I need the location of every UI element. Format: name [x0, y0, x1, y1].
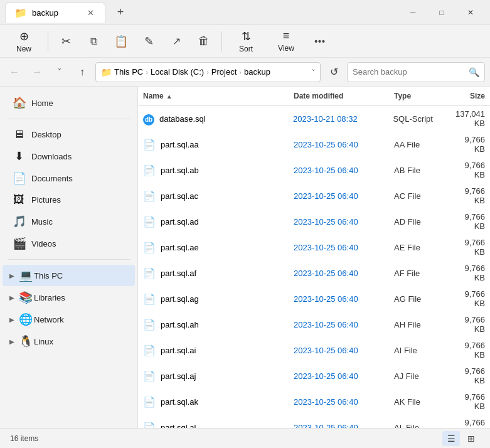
file-icon: 📄 — [143, 242, 156, 253]
sort-arrow-icon: ▲ — [166, 93, 173, 100]
rename-button[interactable]: ✎ — [136, 29, 161, 54]
file-type-cell: AJ File — [389, 370, 452, 383]
column-header-size[interactable]: Size — [452, 89, 490, 103]
table-row[interactable]: 📄 part.sql.aj 2023-10-25 06:40 AJ File 9… — [138, 363, 490, 389]
file-date-cell: 2023-10-25 06:40 — [289, 241, 389, 254]
sidebar-item-desktop[interactable]: 🖥 Desktop — [3, 124, 135, 145]
file-type-cell: AF File — [389, 267, 452, 280]
sidebar-item-linux[interactable]: ▶ 🐧 Linux — [3, 331, 135, 352]
file-icon: 📄 — [143, 344, 156, 356]
column-header-name[interactable]: Name ▲ — [138, 89, 289, 103]
file-list: db database.sql 2023-10-21 08:32 SQL-Scr… — [138, 106, 490, 428]
file-size-cell: 9,766 KB — [452, 313, 490, 336]
table-row[interactable]: 📄 part.sql.ac 2023-10-25 06:40 AC File 9… — [138, 183, 490, 209]
breadcrumb-backup[interactable]: backup — [244, 67, 270, 77]
table-row[interactable]: 📄 part.sql.ag 2023-10-25 06:40 AG File 9… — [138, 286, 490, 312]
breadcrumb-this-pc[interactable]: This PC — [114, 67, 143, 77]
sidebar-item-pictures[interactable]: 🖼 Pictures — [3, 189, 135, 210]
file-size-cell: 9,766 KB — [452, 416, 490, 428]
share-button[interactable]: ↗ — [164, 29, 189, 54]
forward-button[interactable]: → — [28, 63, 46, 82]
minimize-button[interactable]: ─ — [398, 3, 427, 23]
table-row[interactable]: 📄 part.sql.ai 2023-10-25 06:40 AI File 9… — [138, 338, 490, 363]
file-size-cell: 9,766 KB — [452, 184, 490, 207]
breadcrumb-local-disk[interactable]: Local Disk (C:) — [151, 67, 204, 77]
title-bar: 📁 backup ✕ + ─ □ ✕ — [0, 0, 490, 25]
new-tab-button[interactable]: + — [110, 3, 130, 23]
documents-icon: 📄 — [13, 171, 25, 185]
tab-close-button[interactable]: ✕ — [85, 7, 96, 18]
column-header-type[interactable]: Type — [389, 89, 452, 103]
breadcrumb[interactable]: 📁 This PC › Local Disk (C:) › Project › … — [95, 62, 321, 82]
table-row[interactable]: 📄 part.sql.al 2023-10-25 06:40 AL File 9… — [138, 415, 490, 428]
maximize-button[interactable]: □ — [427, 3, 456, 23]
file-type-cell: AB File — [389, 164, 452, 177]
file-name-cell: 📄 part.sql.ah — [138, 317, 289, 333]
sidebar-item-documents[interactable]: 📄 Documents — [3, 168, 135, 189]
file-type-cell: AK File — [389, 395, 452, 408]
sidebar-item-documents-label: Documents — [31, 174, 73, 183]
toolbar: ⊕ New ✂ ⧉ 📋 ✎ ↗ 🗑 ⇅ Sort ≡ View ••• — [0, 25, 490, 58]
delete-button[interactable]: 🗑 — [191, 29, 216, 54]
up-icon: ↑ — [80, 67, 85, 78]
file-icon: 📄 — [143, 190, 156, 202]
table-row[interactable]: 📄 part.sql.ae 2023-10-25 06:40 AE File 9… — [138, 235, 490, 260]
table-row[interactable]: 📄 part.sql.aa 2023-10-25 06:40 AA File 9… — [138, 132, 490, 157]
table-row[interactable]: 📄 part.sql.ab 2023-10-25 06:40 AB File 9… — [138, 157, 490, 183]
file-name-text: part.sql.ah — [161, 320, 199, 329]
file-name-text: part.sql.ag — [161, 294, 199, 304]
sort-button[interactable]: ⇅ Sort — [227, 28, 265, 55]
more-options-button[interactable]: ••• — [307, 29, 333, 54]
toolbar-separator-1 — [48, 31, 48, 51]
sidebar-item-videos[interactable]: 🎬 Videos — [3, 233, 135, 254]
view-icon: ≡ — [283, 29, 290, 43]
file-date-cell: 2023-10-25 06:40 — [289, 164, 389, 177]
up-button[interactable]: ↑ — [73, 63, 92, 82]
breadcrumb-project[interactable]: Project — [211, 67, 237, 77]
file-name-text: part.sql.ak — [161, 397, 198, 407]
refresh-button[interactable]: ↺ — [324, 63, 343, 82]
paste-button[interactable]: 📋 — [109, 29, 134, 54]
column-header-date[interactable]: Date modified — [289, 89, 389, 103]
music-icon: 🎵 — [13, 215, 25, 228]
sidebar-item-downloads-label: Downloads — [31, 152, 72, 161]
recent-icon: ˅ — [58, 68, 61, 77]
list-view-toggle[interactable]: ☰ — [442, 431, 460, 446]
file-type-cell: AH File — [389, 318, 452, 331]
sidebar-item-music[interactable]: 🎵 Music — [3, 211, 135, 232]
sidebar-item-network[interactable]: ▶ 🌐 Network — [3, 309, 135, 330]
network-expand-arrow: ▶ — [8, 316, 16, 323]
file-name-cell: 📄 part.sql.af — [138, 265, 289, 281]
file-type-cell: AI File — [389, 344, 452, 357]
grid-view-toggle[interactable]: ⊞ — [462, 431, 480, 446]
view-button[interactable]: ≡ View — [267, 28, 305, 55]
sidebar-item-downloads[interactable]: ⬇ Downloads — [3, 146, 135, 167]
sidebar-item-this-pc[interactable]: ▶ 💻 This PC — [3, 265, 135, 286]
active-tab[interactable]: 📁 backup ✕ — [5, 3, 105, 23]
table-row[interactable]: 📄 part.sql.af 2023-10-25 06:40 AF File 9… — [138, 260, 490, 286]
file-name-cell: 📄 part.sql.ab — [138, 163, 289, 178]
file-date-cell: 2023-10-25 06:40 — [289, 267, 389, 280]
sidebar-item-this-pc-label: This PC — [34, 271, 63, 280]
copy-button[interactable]: ⧉ — [81, 29, 106, 54]
table-row[interactable]: 📄 part.sql.ak 2023-10-25 06:40 AK File 9… — [138, 389, 490, 415]
breadcrumb-dropdown-icon[interactable]: ˅ — [312, 68, 315, 75]
main-content: 🏠 Home 🖥 Desktop ⬇ Downloads 📄 Documents… — [0, 87, 490, 428]
table-row[interactable]: db database.sql 2023-10-21 08:32 SQL-Scr… — [138, 106, 490, 132]
view-label: View — [278, 44, 294, 53]
cut-button[interactable]: ✂ — [53, 29, 78, 54]
file-name-text: part.sql.ab — [161, 166, 199, 175]
file-name-text: part.sql.al — [161, 423, 196, 429]
search-input[interactable] — [353, 67, 465, 77]
search-box[interactable]: 🔍 — [347, 62, 485, 82]
close-button[interactable]: ✕ — [456, 3, 485, 23]
table-row[interactable]: 📄 part.sql.ad 2023-10-25 06:40 AD File 9… — [138, 209, 490, 235]
back-button[interactable]: ← — [5, 63, 24, 82]
recent-button[interactable]: ˅ — [50, 63, 69, 82]
file-name-text: part.sql.ai — [161, 346, 196, 355]
table-row[interactable]: 📄 part.sql.ah 2023-10-25 06:40 AH File 9… — [138, 312, 490, 338]
sidebar-item-home[interactable]: 🏠 Home — [3, 92, 135, 114]
new-button[interactable]: ⊕ New — [5, 28, 43, 55]
sidebar-item-libraries[interactable]: ▶ 📚 Libraries — [3, 287, 135, 308]
sidebar-item-pictures-label: Pictures — [31, 195, 61, 205]
